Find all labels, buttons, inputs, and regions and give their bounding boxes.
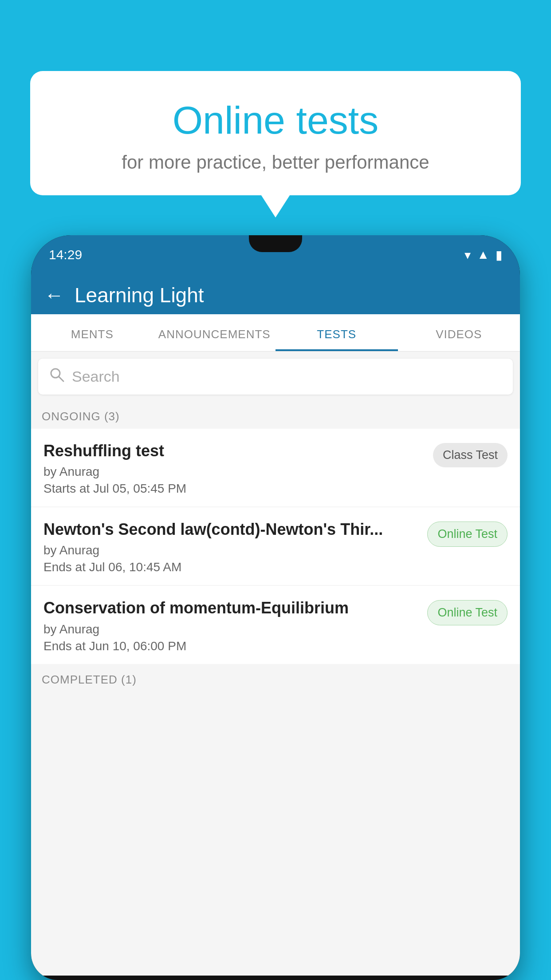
tab-tests[interactable]: TESTS (276, 314, 398, 351)
search-placeholder: Search (72, 368, 120, 385)
tab-announcements[interactable]: ANNOUNCEMENTS (153, 314, 276, 351)
app-title: Learning Light (75, 283, 204, 307)
speech-bubble: Online tests for more practice, better p… (30, 71, 521, 195)
test-info-3: Conservation of momentum-Equilibrium by … (43, 598, 427, 653)
notch (249, 235, 302, 252)
battery-icon: ▮ (496, 248, 502, 262)
test-badge-online-2: Online Test (427, 522, 508, 547)
wifi-icon: ▾ (464, 248, 471, 262)
phone-frame: 14:29 ▾ ▲ ▮ ← Learning Light MENTS ANNOU… (31, 235, 520, 980)
tab-videos[interactable]: VIDEOS (398, 314, 520, 351)
test-badge-class-1: Class Test (433, 443, 508, 467)
signal-icon: ▲ (477, 248, 489, 262)
speech-bubble-title: Online tests (52, 98, 499, 143)
test-date-3: Ends at Jun 10, 06:00 PM (43, 639, 418, 653)
test-item-reshuffling[interactable]: Reshuffling test by Anurag Starts at Jul… (31, 429, 520, 506)
svg-line-1 (59, 377, 63, 381)
test-info-1: Reshuffling test by Anurag Starts at Jul… (43, 441, 433, 496)
tab-ments[interactable]: MENTS (31, 314, 153, 351)
test-date-2: Ends at Jul 06, 10:45 AM (43, 560, 418, 574)
test-author-1: by Anurag (43, 465, 424, 479)
status-icons: ▾ ▲ ▮ (464, 248, 502, 262)
app-header: ← Learning Light (31, 274, 520, 314)
test-date-1: Starts at Jul 05, 05:45 PM (43, 482, 424, 496)
back-button[interactable]: ← (44, 284, 64, 306)
tabs-bar: MENTS ANNOUNCEMENTS TESTS VIDEOS (31, 314, 520, 352)
speech-bubble-subtitle: for more practice, better performance (52, 152, 499, 173)
test-author-2: by Anurag (43, 543, 418, 557)
test-name-3: Conservation of momentum-Equilibrium (43, 598, 418, 617)
test-author-3: by Anurag (43, 622, 418, 636)
ongoing-section-header: ONGOING (3) (31, 402, 520, 429)
test-name-1: Reshuffling test (43, 441, 424, 460)
test-name-2: Newton's Second law(contd)-Newton's Thir… (43, 520, 418, 539)
search-icon (49, 367, 65, 387)
clock: 14:29 (49, 247, 82, 262)
search-bar[interactable]: Search (38, 359, 513, 395)
test-badge-online-3: Online Test (427, 600, 508, 625)
content-area: Search ONGOING (3) Reshuffling test by A… (31, 352, 520, 976)
completed-section-header: COMPLETED (1) (31, 665, 520, 692)
test-item-newtons[interactable]: Newton's Second law(contd)-Newton's Thir… (31, 507, 520, 585)
test-info-2: Newton's Second law(contd)-Newton's Thir… (43, 520, 427, 574)
status-bar: 14:29 ▾ ▲ ▮ (31, 235, 520, 274)
test-item-conservation[interactable]: Conservation of momentum-Equilibrium by … (31, 586, 520, 664)
